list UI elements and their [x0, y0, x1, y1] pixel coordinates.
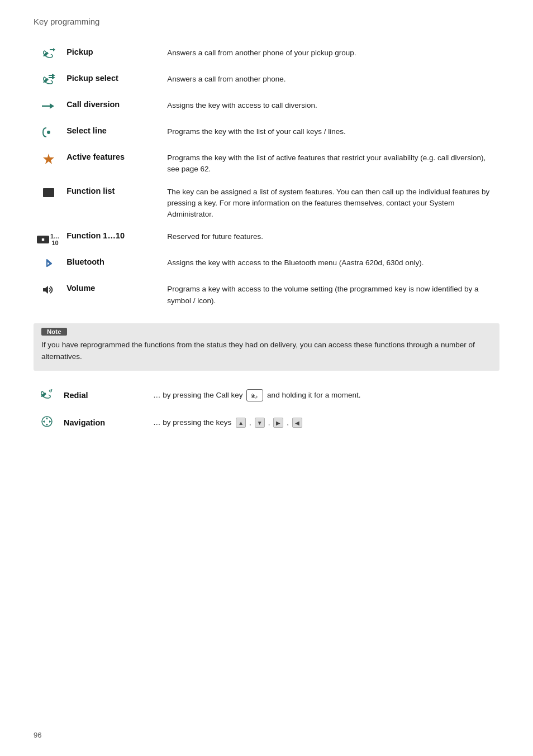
svg-marker-5 [52, 76, 55, 79]
table-row: Call diversion Assigns the key with acce… [34, 94, 499, 121]
function-number-icon: ■ 1…10 [34, 226, 63, 252]
table-row: ■ 1…10 Function 1…10 Reserved for future… [34, 226, 499, 252]
table-row: ↺ Redial … by pressing the Call key and … [34, 382, 499, 409]
redial-name: Redial [60, 382, 150, 409]
pickup-name: Pickup [63, 42, 164, 68]
down-arrow: ▼ [255, 418, 265, 428]
nav-arrows: ▲ , ▼ , ▶ , ◀ [236, 417, 302, 428]
function-list-name: Function list [63, 181, 164, 226]
svg-marker-14 [46, 417, 48, 419]
table-row: Function list The key can be assigned a … [34, 181, 499, 226]
active-features-desc: Programs the key with the list of active… [164, 147, 499, 181]
function-list-icon [34, 181, 63, 226]
bluetooth-icon [34, 252, 63, 278]
up-arrow: ▲ [236, 418, 246, 428]
feature-table: Pickup Answers a call from another phone… [34, 42, 499, 312]
volume-desc: Programs a key with access to the volume… [164, 278, 499, 312]
active-features-name: Active features [63, 147, 164, 181]
bluetooth-desc: Assigns the key with access to the Bluet… [164, 252, 499, 278]
function-1-10-desc: Reserved for future features. [164, 226, 499, 252]
select-line-desc: Programs the key with the list of your c… [164, 121, 499, 147]
svg-marker-17 [49, 420, 51, 423]
svg-marker-11 [43, 286, 48, 294]
function-1-10-name: Function 1…10 [63, 226, 164, 252]
svg-marker-16 [42, 420, 45, 423]
note-text: If you have reprogrammed the functions f… [41, 339, 492, 363]
volume-icon [34, 278, 63, 312]
volume-name: Volume [63, 278, 164, 312]
svg-text:↺: ↺ [49, 389, 53, 394]
redial-icon: ↺ [34, 382, 60, 409]
table-row: Volume Programs a key with access to the… [34, 278, 499, 312]
navigation-icon [34, 409, 60, 437]
table-row: Select line Programs the key with the li… [34, 121, 499, 147]
svg-rect-10 [43, 188, 54, 197]
active-features-icon [34, 147, 63, 181]
pickup-select-desc: Answers a call from another phone. [164, 68, 499, 94]
redial-desc: … by pressing the Call key and holding i… [150, 382, 499, 409]
svg-marker-9 [43, 154, 54, 164]
svg-marker-1 [53, 48, 55, 51]
left-arrow: ◀ [292, 418, 302, 428]
call-key-icon [246, 389, 263, 401]
navigation-name: Navigation [60, 409, 150, 437]
select-line-name: Select line [63, 121, 164, 147]
alternatives-table: ↺ Redial … by pressing the Call key and … [34, 382, 499, 437]
svg-point-8 [47, 131, 50, 134]
navigation-desc: … by pressing the keys ▲ , ▼ , ▶ , ◀ [150, 409, 499, 437]
pickup-select-icon [34, 68, 63, 94]
table-row: Pickup select Answers a call from anothe… [34, 68, 499, 94]
table-row: Navigation … by pressing the keys ▲ , ▼ … [34, 409, 499, 437]
call-diversion-desc: Assigns the key with access to call dive… [164, 94, 499, 121]
pickup-icon [34, 42, 63, 68]
note-label: Note [41, 328, 67, 336]
svg-marker-7 [50, 103, 54, 109]
note-box: Note If you have reprogrammed the functi… [34, 323, 499, 371]
table-row: Bluetooth Assigns the key with access to… [34, 252, 499, 278]
right-arrow: ▶ [273, 418, 283, 428]
page-number: 96 [34, 731, 41, 739]
select-line-icon [34, 121, 63, 147]
function-list-desc: The key can be assigned a list of system… [164, 181, 499, 226]
table-row: Pickup Answers a call from another phone… [34, 42, 499, 68]
svg-marker-15 [46, 424, 48, 426]
bluetooth-name: Bluetooth [63, 252, 164, 278]
pickup-desc: Answers a call from another phone of you… [164, 42, 499, 68]
call-diversion-icon [34, 94, 63, 121]
table-row: Active features Programs the key with th… [34, 147, 499, 181]
page-title: Key programming [34, 17, 499, 26]
call-diversion-name: Call diversion [63, 94, 164, 121]
pickup-select-name: Pickup select [63, 68, 164, 94]
